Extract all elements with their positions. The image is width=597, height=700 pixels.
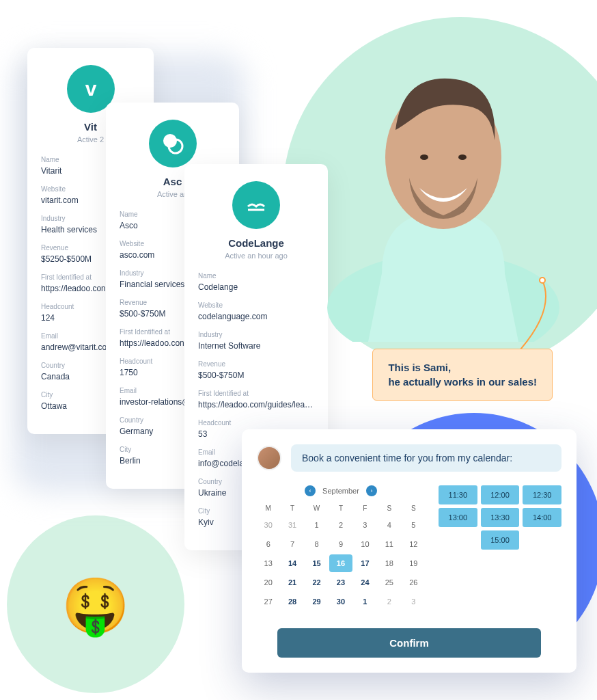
- value-name: Codelange: [198, 282, 314, 292]
- calendar-day: 25: [378, 574, 400, 591]
- timeslot-button[interactable]: 11:30: [439, 485, 477, 504]
- calendar-day: 30: [257, 516, 279, 534]
- calendar-dow: T: [329, 502, 352, 515]
- calendar-dow: F: [354, 502, 376, 515]
- booking-widget: Book a convenient time for you from my c…: [242, 429, 577, 673]
- calendar-day: 26: [402, 574, 425, 591]
- timeslot-grid: 11:3012:0012:3013:0013:3014:0015:00: [439, 485, 561, 610]
- svg-point-7: [458, 154, 467, 160]
- calendar-day: 1: [305, 516, 328, 534]
- calendar-day[interactable]: 16: [329, 554, 352, 572]
- calendar-day[interactable]: 30: [329, 593, 352, 610]
- calendar-day: 2: [329, 516, 352, 534]
- avatar: [257, 446, 281, 470]
- timeslot-button[interactable]: 13:00: [439, 508, 477, 527]
- calendar-day: 10: [354, 535, 376, 553]
- calendar-day: 5: [402, 516, 425, 534]
- value-industry: Internet Software: [198, 341, 314, 351]
- calendar-day: 12: [402, 535, 425, 553]
- timeslot-button[interactable]: 12:30: [523, 485, 561, 504]
- calendar-day: 9: [329, 535, 352, 553]
- label-name: Name: [198, 272, 314, 280]
- company-logo: [232, 181, 280, 229]
- calendar-day[interactable]: 29: [305, 593, 328, 610]
- calendar-day[interactable]: 14: [281, 554, 303, 572]
- svg-point-8: [540, 278, 545, 283]
- money-face-emoji: 🤑: [61, 574, 130, 638]
- calendar-day: 3: [354, 516, 376, 534]
- calendar-day: 20: [257, 574, 279, 591]
- value-website: codelanguage.com: [198, 312, 314, 321]
- timeslot-button[interactable]: 12:00: [481, 485, 520, 504]
- svg-point-6: [420, 154, 428, 160]
- calendar-day: 8: [305, 535, 328, 553]
- calendar-month-label: September: [322, 487, 359, 495]
- calendar-day[interactable]: 24: [354, 574, 376, 591]
- logo-overlap-icon: [159, 130, 186, 157]
- calendar-day: 4: [378, 516, 400, 534]
- calendar-day[interactable]: 28: [281, 593, 303, 610]
- timeslot-button[interactable]: 13:30: [481, 508, 520, 527]
- company-name-header: CodeLange: [198, 237, 314, 249]
- label-first-identified: First Identified at: [198, 390, 314, 397]
- label-website: Website: [198, 301, 314, 309]
- calendar-day[interactable]: 1: [354, 593, 376, 610]
- calendar-dow: M: [257, 502, 279, 515]
- label-headcount: Headcount: [198, 419, 314, 427]
- timeslot-button[interactable]: 14:00: [523, 508, 561, 527]
- calendar-day: 11: [378, 535, 400, 553]
- company-logo: [149, 120, 197, 167]
- calendar-day: 31: [281, 516, 303, 534]
- calendar-next-button[interactable]: ›: [366, 485, 377, 496]
- calendar-day: 2: [378, 593, 400, 610]
- calendar-dow: S: [402, 502, 425, 515]
- value-first-identified: https://leadoo.com/guides/lead...: [198, 400, 314, 409]
- calendar-day: 6: [257, 535, 279, 553]
- calendar-day: 27: [257, 593, 279, 610]
- label-revenue: Revenue: [198, 360, 314, 368]
- logo-glasses-icon: [242, 191, 270, 219]
- calendar-day: 18: [378, 554, 400, 572]
- company-activity: Active an hour ago: [198, 252, 314, 260]
- confirm-button[interactable]: Confirm: [277, 628, 541, 658]
- value-revenue: $500-$750M: [198, 371, 314, 380]
- booking-prompt: Book a convenient time for you from my c…: [291, 444, 561, 472]
- calendar-day: 7: [281, 535, 303, 553]
- calendar-dow: W: [305, 502, 328, 515]
- calendar-day[interactable]: 23: [329, 574, 352, 591]
- calendar-day[interactable]: 15: [305, 554, 328, 572]
- calendar: ‹ September › MTWTFSS3031123456789101112…: [257, 485, 425, 610]
- callout-text-line1: This is Sami,: [388, 360, 537, 375]
- calendar-day[interactable]: 22: [305, 574, 328, 591]
- calendar-day: 19: [402, 554, 425, 572]
- logo-v-icon: v: [77, 75, 105, 103]
- timeslot-button[interactable]: 15:00: [481, 530, 520, 550]
- callout-connector-line: [495, 277, 563, 359]
- calendar-day: 13: [257, 554, 279, 572]
- calendar-day[interactable]: 17: [354, 554, 376, 572]
- calendar-dow: T: [281, 502, 303, 515]
- calendar-day[interactable]: 21: [281, 574, 303, 591]
- callout-text-line2: he actually works in our sales!: [388, 375, 537, 389]
- callout-bubble: This is Sami, he actually works in our s…: [372, 349, 553, 401]
- label-industry: Industry: [198, 331, 314, 338]
- calendar-prev-button[interactable]: ‹: [305, 485, 316, 496]
- calendar-day: 3: [402, 593, 425, 610]
- svg-text:v: v: [85, 77, 96, 100]
- calendar-dow: S: [378, 502, 400, 515]
